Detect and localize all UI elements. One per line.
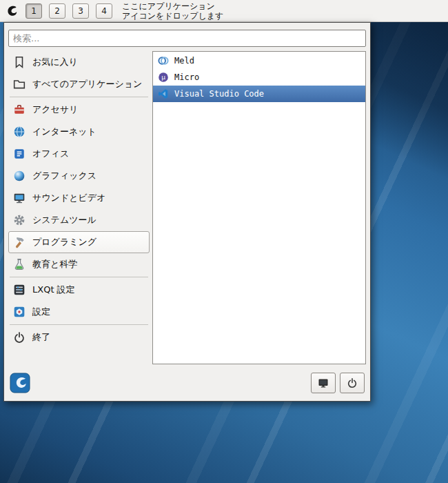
category-item-all-applications[interactable]: すべてのアプリケーション xyxy=(8,73,150,95)
drop-hint-line1: ここにアプリケーション xyxy=(122,1,223,11)
category-item-internet[interactable]: インターネット xyxy=(8,121,150,143)
search-row xyxy=(4,23,370,51)
category-label: アクセサリ xyxy=(32,103,79,116)
category-label: インターネット xyxy=(32,126,96,138)
category-item-sound-video[interactable]: サウンドとビデオ xyxy=(8,187,150,209)
workspace-button-2[interactable]: 2 xyxy=(49,3,65,19)
category-item-education-science[interactable]: 教育と科学 xyxy=(8,253,150,275)
workspace-button-1[interactable]: 1 xyxy=(26,3,42,19)
category-separator xyxy=(10,97,148,97)
power-icon xyxy=(13,331,26,344)
category-label: お気に入り xyxy=(32,56,78,68)
micro-icon: μ xyxy=(158,72,169,83)
menu-columns: お気に入りすべてのアプリケーションアクセサリインターネットオフィスグラフィックス… xyxy=(4,51,370,364)
workspace-button-4[interactable]: 4 xyxy=(96,3,112,19)
power-icon xyxy=(347,377,358,388)
category-label: 終了 xyxy=(32,331,50,344)
app-label: Visual Studio Code xyxy=(174,89,264,99)
screen: 1234 ここにアプリケーション アイコンをドロップします お気に入りすべてのア… xyxy=(0,0,448,483)
category-label: プログラミング xyxy=(32,236,96,248)
category-label: すべてのアプリケーション xyxy=(32,78,142,90)
app-item-vscode[interactable]: Visual Studio Code xyxy=(153,86,365,102)
category-item-leave[interactable]: 終了 xyxy=(8,326,150,348)
app-label: Meld xyxy=(174,56,194,66)
drop-hint-line2: アイコンをドロップします xyxy=(122,11,223,21)
category-separator xyxy=(10,277,148,277)
category-item-graphics[interactable]: グラフィックス xyxy=(8,165,150,187)
category-label: 教育と科学 xyxy=(32,258,77,270)
app-item-micro[interactable]: μMicro xyxy=(153,69,365,86)
lock-screen-button[interactable] xyxy=(311,373,336,393)
search-input[interactable] xyxy=(8,30,366,47)
category-label: システムツール xyxy=(32,214,96,226)
hammer-icon xyxy=(13,236,26,248)
workspace-switcher: 1234 xyxy=(26,3,112,19)
office-icon xyxy=(13,148,26,160)
screen-lock-icon xyxy=(318,377,329,388)
category-label: オフィス xyxy=(32,148,69,160)
quicklaunch-drop-hint: ここにアプリケーション アイコンをドロップします xyxy=(122,1,223,21)
category-item-system-tools[interactable]: システムツール xyxy=(8,209,150,231)
monitor-icon xyxy=(13,192,26,204)
workspace-button-3[interactable]: 3 xyxy=(72,3,89,19)
lxqt-settings-icon xyxy=(13,284,26,296)
category-item-office[interactable]: オフィス xyxy=(8,143,150,165)
preferences-icon xyxy=(13,306,26,318)
taskbar-panel: 1234 ここにアプリケーション アイコンをドロップします xyxy=(0,0,448,22)
globe-icon xyxy=(13,126,26,138)
category-label: グラフィックス xyxy=(32,170,96,182)
app-menu-popup: お気に入りすべてのアプリケーションアクセサリインターネットオフィスグラフィックス… xyxy=(3,22,371,402)
app-label: Micro xyxy=(174,72,199,82)
category-label: LXQt 設定 xyxy=(32,284,75,296)
bookmark-icon xyxy=(13,56,26,68)
category-item-programming[interactable]: プログラミング xyxy=(8,231,150,253)
category-item-preferences[interactable]: 設定 xyxy=(8,301,150,323)
category-label: 設定 xyxy=(32,306,50,318)
flask-icon xyxy=(13,258,26,270)
folder-icon xyxy=(13,78,26,90)
meld-icon xyxy=(158,55,169,66)
power-button[interactable] xyxy=(340,373,365,393)
category-item-lxqt-settings[interactable]: LXQt 設定 xyxy=(8,279,150,301)
vscode-icon xyxy=(158,88,169,99)
gear-icon xyxy=(13,214,26,226)
toolbox-icon xyxy=(13,103,26,116)
app-list: MeldμMicroVisual Studio Code xyxy=(152,51,366,364)
lxqt-bird-icon[interactable] xyxy=(3,3,20,19)
app-item-meld[interactable]: Meld xyxy=(153,52,365,69)
category-label: サウンドとビデオ xyxy=(32,192,105,204)
category-list: お気に入りすべてのアプリケーションアクセサリインターネットオフィスグラフィックス… xyxy=(8,51,150,364)
sphere-icon xyxy=(13,170,26,182)
lxqt-logo-icon[interactable] xyxy=(10,373,30,393)
category-item-favorites[interactable]: お気に入り xyxy=(8,51,150,73)
svg-text:μ: μ xyxy=(161,74,165,81)
category-separator xyxy=(10,324,148,325)
category-item-accessories[interactable]: アクセサリ xyxy=(8,99,150,121)
menu-footer xyxy=(4,364,370,401)
